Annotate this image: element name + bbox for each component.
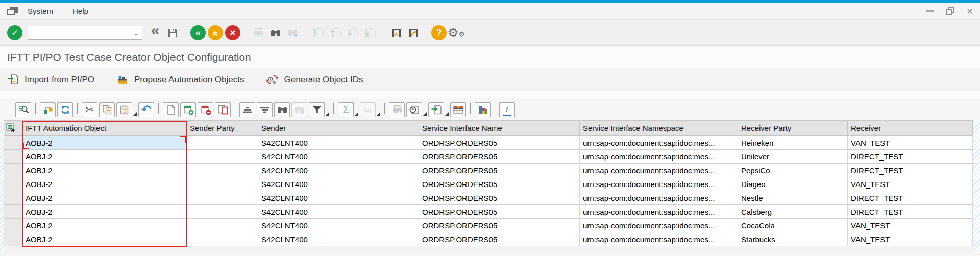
table-cell[interactable]: AOBJ-2 <box>22 205 187 219</box>
table-cell[interactable]: ORDRSP.ORDERS05 <box>419 136 580 150</box>
select-all-corner[interactable] <box>4 121 22 136</box>
row-selector[interactable] <box>4 136 22 150</box>
table-cell[interactable]: S42CLNT400 <box>258 164 419 177</box>
table-cell[interactable]: VAN_TEST <box>848 232 973 246</box>
chevron-down-icon[interactable]: ⌄ <box>131 29 142 37</box>
table-cell[interactable]: urn:sap-com:document:sap:idoc:mes... <box>580 150 738 164</box>
command-field-input[interactable] <box>28 26 131 39</box>
row-selector[interactable] <box>4 164 22 177</box>
table-cell[interactable]: AOBJ-2 <box>22 191 187 205</box>
back-button[interactable]: « <box>189 24 207 41</box>
table-cell[interactable]: AOBJ-2 <box>22 177 187 191</box>
help-button[interactable]: ? <box>430 24 448 41</box>
table-cell[interactable]: S42CLNT400 <box>258 205 419 219</box>
table-cell[interactable]: S42CLNT400 <box>258 191 419 205</box>
table-cell[interactable]: urn:sap-com:document:sap:idoc:mes... <box>580 205 738 219</box>
row-selector[interactable] <box>4 232 22 246</box>
table-cell[interactable]: S42CLNT400 <box>258 219 419 232</box>
table-cell[interactable]: VAN_TEST <box>848 177 973 191</box>
table-cell[interactable]: urn:sap-com:document:sap:idoc:mes... <box>580 232 738 246</box>
table-cell[interactable]: ORDRSP.ORDERS05 <box>419 232 580 246</box>
dropdown-arrow-icon[interactable] <box>445 112 449 116</box>
table-cell[interactable]: Diageo <box>738 177 848 191</box>
table-cell[interactable]: ORDRSP.ORDERS05 <box>419 205 580 219</box>
table-cell[interactable]: AOBJ-2 <box>22 232 187 246</box>
print-button[interactable] <box>389 102 405 117</box>
table-cell[interactable]: AOBJ-2 <box>22 164 187 177</box>
append-row-button[interactable] <box>163 102 179 117</box>
table-cell[interactable]: ORDRSP.ORDERS05 <box>419 164 580 177</box>
export-button[interactable] <box>428 102 444 117</box>
info-button[interactable]: i <box>499 102 515 117</box>
table-cell[interactable]: S42CLNT400 <box>258 150 419 164</box>
sum-button[interactable]: Σ <box>338 102 354 117</box>
table-cell[interactable] <box>187 232 258 246</box>
dropdown-arrow-icon[interactable] <box>133 112 137 116</box>
table-cell[interactable]: DIRECT_TEST <box>848 150 973 164</box>
table-cell[interactable]: Unilever <box>738 150 848 164</box>
table-cell[interactable] <box>187 177 258 191</box>
refresh-button[interactable] <box>57 102 73 117</box>
insert-row-button[interactable] <box>180 102 196 117</box>
command-field[interactable]: ⌄ <box>28 26 142 40</box>
dropdown-arrow-icon[interactable] <box>377 112 380 116</box>
table-cell[interactable]: DIRECT_TEST <box>848 205 973 219</box>
row-selector[interactable] <box>4 219 22 232</box>
customize-layout-button[interactable]: ⚙⚙ <box>448 24 465 41</box>
table-cell[interactable]: PepsiCo <box>738 164 848 177</box>
column-header-service-interface-name[interactable]: Service Interface Name <box>419 121 580 136</box>
table-cell[interactable]: CocaCola <box>738 219 848 232</box>
table-cell[interactable]: S42CLNT400 <box>258 136 419 150</box>
column-header-sender[interactable]: Sender <box>258 121 419 136</box>
column-header-receiver-party[interactable]: Receiver Party <box>738 121 848 136</box>
details-button[interactable] <box>15 102 31 117</box>
duplicate-row-button[interactable] <box>215 102 231 117</box>
filter-button[interactable] <box>309 102 325 117</box>
check-entries-button[interactable] <box>40 102 56 117</box>
table-cell[interactable]: AOBJ-2 <box>22 150 187 164</box>
table-cell[interactable]: ORDRSP.ORDERS05 <box>419 219 580 232</box>
delete-row-button[interactable] <box>198 102 213 117</box>
table-cell[interactable]: urn:sap-com:document:sap:idoc:mes... <box>580 177 738 191</box>
table-cell[interactable]: urn:sap-com:document:sap:idoc:mes... <box>580 136 738 150</box>
table-cell[interactable] <box>187 136 258 150</box>
import-from-pipo-button[interactable]: Import from PI/PO <box>7 74 94 86</box>
menu-item-help[interactable]: Help <box>72 7 88 15</box>
table-cell[interactable]: VAN_TEST <box>848 219 973 232</box>
table-cell[interactable]: AOBJ-2 <box>22 136 187 150</box>
restore-icon[interactable] <box>946 7 954 15</box>
column-header-receiver[interactable]: Receiver <box>848 121 973 136</box>
table-cell[interactable] <box>187 205 258 219</box>
cancel-button[interactable]: × <box>224 24 241 41</box>
graphic-button[interactable] <box>475 102 491 117</box>
table-cell[interactable]: Heineken <box>738 136 848 150</box>
table-cell[interactable]: ORDRSP.ORDERS05 <box>419 150 580 164</box>
table-cell[interactable]: DIRECT_TEST <box>848 164 973 177</box>
table-cell[interactable]: urn:sap-com:document:sap:idoc:mes... <box>580 164 738 177</box>
choose-layout-button[interactable] <box>450 102 466 117</box>
table-cell[interactable]: ORDRSP.ORDERS05 <box>419 191 580 205</box>
column-header-service-interface-namespace[interactable]: Service Interface Namespace <box>580 121 738 136</box>
double-chevron-left-button[interactable]: « <box>146 24 164 41</box>
enter-button[interactable]: ✓ <box>6 24 23 41</box>
table-cell[interactable]: Nestle <box>738 191 848 205</box>
table-cell[interactable]: S42CLNT400 <box>258 232 419 246</box>
row-selector[interactable] <box>4 205 22 219</box>
new-session-button[interactable] <box>405 24 422 41</box>
table-cell[interactable] <box>187 219 258 232</box>
propose-automation-objects-button[interactable]: Propose Automation Objects <box>117 74 244 86</box>
table-cell[interactable]: Calsberg <box>738 205 848 219</box>
dropdown-arrow-icon[interactable] <box>326 112 329 116</box>
sort-ascending-button[interactable] <box>239 102 255 117</box>
menu-item-system[interactable]: System <box>28 7 53 15</box>
dropdown-arrow-icon[interactable] <box>423 112 427 116</box>
table-cell[interactable]: Starbucks <box>738 232 848 246</box>
column-header-iftt-automation-object[interactable]: IFTT Automation Object <box>22 121 187 136</box>
paste-button[interactable] <box>116 102 132 117</box>
save-button[interactable] <box>164 24 181 41</box>
generate-object-ids-button[interactable]: ⚙⚙ Generate Object IDs <box>266 74 363 86</box>
table-cell[interactable]: S42CLNT400 <box>258 177 419 191</box>
copy-button[interactable] <box>99 102 115 117</box>
table-cell[interactable]: VAN_TEST <box>848 136 973 150</box>
exit-button[interactable]: « <box>207 24 224 41</box>
